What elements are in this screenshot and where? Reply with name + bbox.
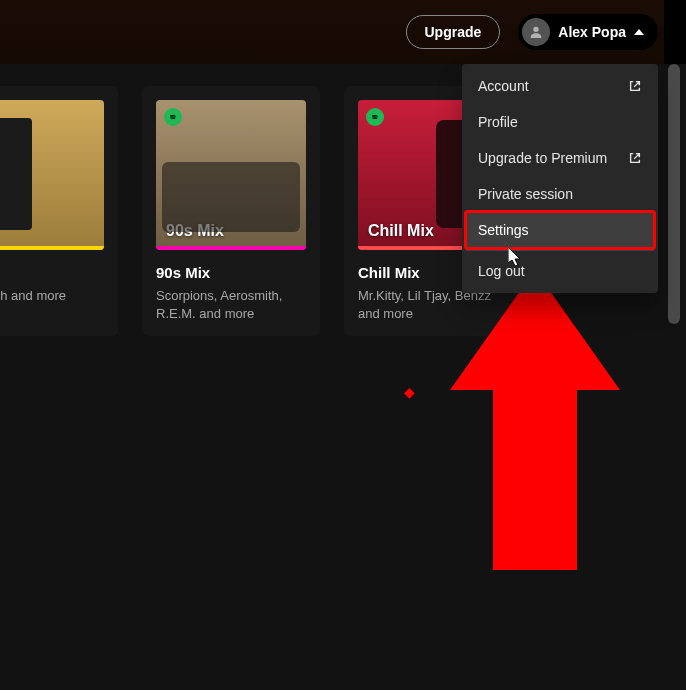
scrollbar[interactable] [668, 64, 680, 364]
playlist-card[interactable]: 90s Mix90s MixScorpions, Aerosmith, R.E.… [142, 86, 320, 336]
cover-label: Chill Mix [368, 222, 434, 240]
dropdown-item-label: Settings [478, 222, 529, 238]
topbar: Upgrade Alex Popa [0, 0, 686, 64]
playlist-subtitle: Scorpions, Aerosmith, R.E.M. and more [156, 287, 306, 322]
spotify-icon [164, 108, 182, 126]
scrollbar-thumb[interactable] [668, 64, 680, 324]
playlist-subtitle: Queen, h and more [0, 287, 104, 305]
playlist-title: x [0, 264, 104, 281]
upgrade-button[interactable]: Upgrade [406, 15, 501, 49]
dropdown-separator [466, 250, 654, 251]
dropdown-item-log-out[interactable]: Log out [466, 253, 654, 289]
user-menu-button[interactable]: Alex Popa [518, 14, 658, 50]
cover-label: 90s Mix [166, 222, 224, 240]
annotation-dot: ◆ [404, 384, 415, 400]
playlist-cover: 90s Mix [156, 100, 306, 250]
chevron-up-icon [634, 29, 644, 35]
dropdown-item-upgrade-to-premium[interactable]: Upgrade to Premium [466, 140, 654, 176]
dropdown-item-profile[interactable]: Profile [466, 104, 654, 140]
cover-accent-strip [156, 246, 306, 250]
external-link-icon [628, 151, 642, 165]
dropdown-item-label: Private session [478, 186, 573, 202]
user-dropdown-menu: AccountProfileUpgrade to PremiumPrivate … [462, 64, 658, 293]
playlist-title: 90s Mix [156, 264, 306, 281]
dropdown-item-account[interactable]: Account [466, 68, 654, 104]
dropdown-item-label: Upgrade to Premium [478, 150, 607, 166]
playlist-cover: ix [0, 100, 104, 250]
external-link-icon [628, 79, 642, 93]
dropdown-item-label: Log out [478, 263, 525, 279]
dropdown-item-label: Profile [478, 114, 518, 130]
dropdown-item-settings[interactable]: Settings [466, 212, 654, 248]
user-name-label: Alex Popa [558, 24, 626, 40]
dropdown-item-label: Account [478, 78, 529, 94]
svg-point-0 [534, 27, 539, 32]
avatar [522, 18, 550, 46]
dropdown-item-private-session[interactable]: Private session [466, 176, 654, 212]
playlist-card[interactable]: ixxQueen, h and more [0, 86, 118, 336]
spotify-icon [366, 108, 384, 126]
cover-accent-strip [0, 246, 104, 250]
user-icon [528, 24, 544, 40]
